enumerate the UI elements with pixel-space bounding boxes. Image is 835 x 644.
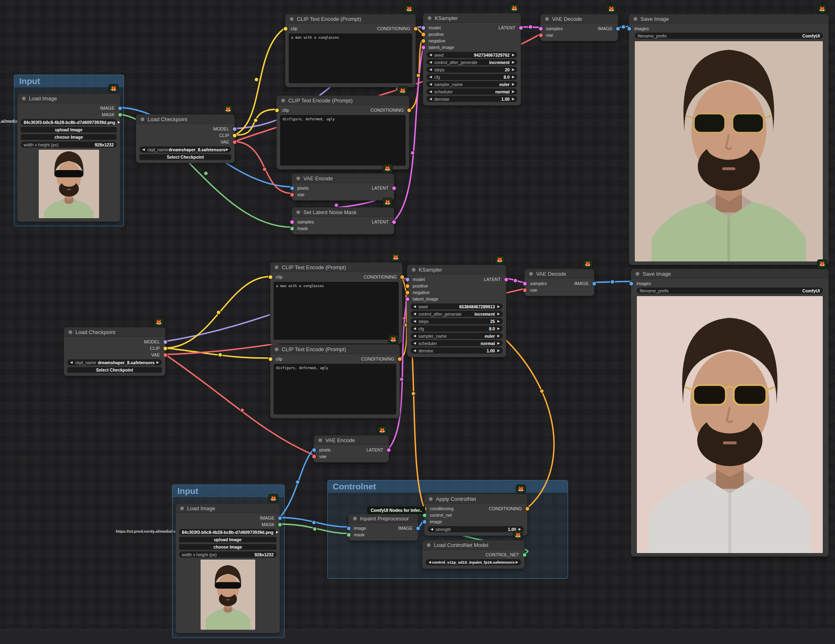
node-save-image-top[interactable]: 🦊 Save Image images filename_prefix Comf… — [629, 14, 828, 265]
latent-image-input-port[interactable] — [422, 46, 425, 49]
collapse-dot[interactable] — [412, 268, 415, 272]
node-graph-canvas[interactable]: Input Input Controlnet — [0, 0, 835, 644]
filename-prefix-widget[interactable]: filename_prefix ComfyUI — [635, 33, 823, 39]
mask-input-port[interactable] — [290, 227, 294, 230]
latent-output-port[interactable] — [392, 186, 396, 190]
collapse-dot[interactable] — [180, 507, 184, 510]
stepper-right-icon[interactable]: ▶ — [512, 96, 515, 102]
control-after-generate-widget[interactable]: ◀control_after_generateincrement▶ — [426, 59, 517, 65]
conditioning-output-port[interactable] — [526, 507, 529, 511]
collapse-dot[interactable] — [634, 17, 637, 21]
clip-input-port[interactable] — [269, 357, 272, 361]
mask-output-port[interactable] — [278, 523, 282, 527]
node-load-controlnet-model[interactable]: 🦊 Load ControlNet Model CONTROL_NET ◀ co… — [422, 540, 524, 569]
node-vae-decode-bottom[interactable]: 🦊 VAE Decode samples IMAGE vae — [525, 269, 594, 296]
node-clip-text-encode-negative-bottom[interactable]: 🦊 CLIP Text Encode (Prompt) clip CONDITI… — [270, 345, 400, 418]
cfg-widget[interactable]: ◀cfg8.0▶ — [411, 325, 503, 332]
positive-input-port[interactable] — [422, 33, 425, 36]
image-input-port[interactable] — [347, 527, 351, 530]
image-filename-widget[interactable]: 84c303f3-b0c8-4b28-bc8b-d7d60973939d.png… — [21, 119, 117, 125]
collapse-dot[interactable] — [275, 266, 278, 269]
latent-output-port[interactable] — [387, 448, 391, 452]
collapse-dot[interactable] — [296, 210, 300, 214]
stepper-right-icon[interactable]: ▶ — [497, 303, 500, 310]
node-load-checkpoint-top[interactable]: 🦊 Load Checkpoint MODEL CLIP VAE ◀ ckpt_… — [136, 115, 234, 163]
size-widget[interactable]: width x height (px) 928x1232 — [179, 551, 276, 558]
node-vae-decode-top[interactable]: 🦊 VAE Decode samples IMAGE vae — [541, 14, 618, 41]
vae-input-port[interactable] — [290, 193, 294, 197]
clip-output-port[interactable] — [233, 134, 236, 137]
stepper-left-icon[interactable]: ◀ — [413, 333, 416, 339]
node-save-image-bottom[interactable]: 🦊 Save Image images filename_prefix Comf… — [631, 269, 828, 556]
collapse-dot[interactable] — [636, 272, 639, 276]
ckpt-name-widget[interactable]: ◀ ckpt_name dreamshaper_8.safetensors ▶ — [139, 146, 231, 153]
samples-input-port[interactable] — [523, 282, 527, 285]
latent-output-port[interactable] — [392, 220, 396, 224]
stepper-left-icon[interactable]: ◀ — [413, 311, 416, 317]
negative-input-port[interactable] — [406, 291, 409, 294]
node-load-image-top[interactable]: 🦊 Load Image IMAGE MASK 84c303f3-b0c8-4b… — [18, 94, 120, 221]
node-vae-encode-top[interactable]: 🦊 VAE Encode pixels LATENT vae — [292, 174, 394, 200]
collapse-dot[interactable] — [281, 99, 285, 102]
stepper-left-icon[interactable]: ◀ — [413, 303, 416, 310]
collapse-dot[interactable] — [353, 517, 357, 520]
node-load-checkpoint-bottom[interactable]: 🦊 Load Checkpoint MODEL CLIP VAE ◀ ckpt_… — [64, 328, 165, 376]
vae-output-port[interactable] — [233, 140, 236, 144]
images-input-port[interactable] — [627, 27, 631, 31]
stepper-right-icon[interactable]: ▶ — [118, 119, 120, 125]
mask-input-port[interactable] — [347, 533, 351, 537]
clip-input-port[interactable] — [275, 108, 279, 112]
scheduler-widget[interactable]: ◀schedulernormal▶ — [426, 89, 517, 95]
stepper-left-icon[interactable]: ◀ — [429, 96, 432, 102]
image-output-port[interactable] — [416, 527, 420, 530]
control-after-generate-widget[interactable]: ◀control_after_generateincrement▶ — [411, 311, 503, 317]
image-output-port[interactable] — [118, 106, 122, 110]
stepper-left-icon[interactable]: ◀ — [70, 359, 73, 365]
images-input-port[interactable] — [630, 282, 633, 285]
clip-output-port[interactable] — [163, 347, 167, 350]
conditioning-output-port[interactable] — [400, 275, 404, 279]
vae-input-port[interactable] — [312, 455, 316, 458]
stepper-left-icon[interactable]: ◀ — [429, 52, 432, 58]
stepper-right-icon[interactable]: ▶ — [226, 146, 228, 153]
node-inpaint-preprocessor[interactable]: Inpaint Preprocessor image IMAGE mask — [349, 514, 418, 540]
latent-image-input-port[interactable] — [406, 297, 409, 301]
stepper-right-icon[interactable]: ▶ — [512, 52, 515, 58]
sampler-name-widget[interactable]: ◀sampler_nameeuler▶ — [411, 333, 503, 339]
node-ksampler-bottom[interactable]: 🦊 KSampler model LATENT positive negativ… — [407, 265, 506, 357]
collapse-dot[interactable] — [318, 438, 322, 442]
ckpt-name-widget[interactable]: ◀ ckpt_name dreamshaper_8.safetensors ▶ — [67, 359, 162, 365]
stepper-left-icon[interactable]: ◀ — [429, 89, 432, 95]
collapse-dot[interactable] — [296, 177, 300, 180]
stepper-left-icon[interactable]: ◀ — [429, 74, 432, 80]
select-checkpoint-button[interactable]: Select Checkpoint — [139, 154, 231, 160]
control-net-output-port[interactable] — [523, 553, 526, 557]
collapse-dot[interactable] — [22, 97, 26, 100]
collapse-dot[interactable] — [290, 17, 294, 21]
node-clip-text-encode-positive-bottom[interactable]: 🦊 CLIP Text Encode (Prompt) clip CONDITI… — [270, 263, 402, 343]
collapse-dot[interactable] — [427, 543, 431, 547]
sampler-name-widget[interactable]: ◀sampler_nameeuler▶ — [426, 81, 517, 87]
cfg-widget[interactable]: ◀cfg8.0▶ — [426, 74, 517, 80]
size-widget[interactable]: width x height (px) 928x1232 — [21, 142, 117, 148]
node-load-image-bottom[interactable]: 🦊 Load Image IMAGE MASK 84c303f3-b0c8-4b… — [176, 504, 280, 633]
clip-input-port[interactable] — [269, 275, 272, 279]
collapse-dot[interactable] — [141, 117, 144, 121]
prompt-textarea[interactable]: disfigure, deformed, ugly — [280, 115, 406, 166]
stepper-right-icon[interactable]: ▶ — [497, 325, 500, 332]
collapse-dot[interactable] — [68, 330, 72, 334]
stepper-right-icon[interactable]: ▶ — [157, 359, 159, 365]
controlnet-model-widget[interactable]: ◀ control_v11p_sd15_inpaint_fp16.safeten… — [426, 559, 521, 565]
stepper-right-icon[interactable]: ▶ — [512, 74, 515, 80]
choose-image-button[interactable]: choose Image — [21, 134, 117, 140]
seed-widget[interactable]: ◀seed653848467289913▶ — [411, 303, 503, 310]
stepper-right-icon[interactable]: ▶ — [512, 81, 515, 87]
denoise-widget[interactable]: ◀denoise1.00▶ — [411, 347, 503, 354]
denoise-widget[interactable]: ◀denoise1.00▶ — [426, 96, 517, 102]
stepper-right-icon[interactable]: ▶ — [512, 59, 515, 65]
upload-image-button[interactable]: upload Image — [21, 127, 117, 133]
collapse-dot[interactable] — [428, 16, 431, 20]
stepper-right-icon[interactable]: ▶ — [497, 333, 500, 339]
upload-image-button[interactable]: upload Image — [179, 537, 276, 542]
latent-output-port[interactable] — [504, 278, 508, 281]
